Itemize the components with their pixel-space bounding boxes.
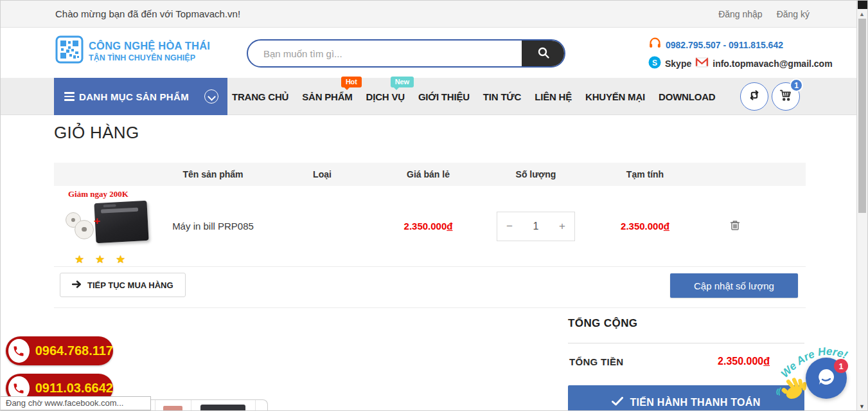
cart-table-header: Tên sản phẩm Loại Giá bán lẻ Số lượng Tạ… <box>54 163 806 186</box>
nav-item-home[interactable]: TRANG CHỦ <box>232 91 288 102</box>
page: Chào mừng bạn đã đến với Topmavach.vn! Đ… <box>0 0 868 411</box>
logo[interactable]: CÔNG NGHỆ HÒA THÁI TẬN TÌNH CHUYÊN NGHIỆ… <box>55 35 210 66</box>
nav-item-download[interactable]: DOWNLOAD <box>659 91 715 102</box>
logo-line2: TẬN TÌNH CHUYÊN NGHIỆP <box>89 53 210 62</box>
search-button[interactable] <box>522 39 565 68</box>
login-link[interactable]: Đăng nhập <box>718 9 763 19</box>
continue-shopping-button[interactable]: TIẾP TỤC MUA HÀNG <box>60 273 186 297</box>
currency-symbol: đ <box>664 221 669 232</box>
qr-logo-icon <box>55 35 84 66</box>
cart-button[interactable]: 1 <box>772 82 800 111</box>
welcome-text: Chào mừng bạn đã đến với Topmavach.vn! <box>55 8 240 19</box>
update-quantity-button[interactable]: Cập nhật số lượng <box>670 273 798 298</box>
logo-line1: CÔNG NGHỆ HÒA THÁI <box>89 40 210 52</box>
nav-item-contact[interactable]: LIÊN HỆ <box>535 91 572 102</box>
scrollbar[interactable]: ▲ ▼ <box>856 1 867 411</box>
nav-item-about[interactable]: GIỚI THIỆU <box>418 91 470 102</box>
col-quantity: Số lượng <box>478 169 594 179</box>
nav-action-buttons: 1 <box>740 82 800 111</box>
col-type: Loại <box>266 169 378 179</box>
nav-menu: TRANG CHỦ SẢN PHẨMHot DỊCH VỤNew GIỚI TH… <box>232 78 715 115</box>
svg-text:S: S <box>652 59 657 68</box>
compare-icon <box>748 89 761 104</box>
totals-section: TỔNG CỘNG TỔNG TIỀN 2.350.000đ TIẾN HÀNH… <box>568 315 804 411</box>
hamburger-icon <box>64 92 75 101</box>
plus-decoration: + <box>94 215 100 228</box>
product-subtotal: 2.350.000đ <box>594 221 696 232</box>
chat-unread-badge: 1 <box>834 359 848 373</box>
product-promo-text: Giảm ngay 200K <box>68 189 128 199</box>
skype-label[interactable]: Skype <box>665 59 691 69</box>
scroll-down-arrow[interactable]: ▼ <box>859 403 865 410</box>
register-link[interactable]: Đăng ký <box>777 9 810 19</box>
nav-item-products[interactable]: SẢN PHẨMHot <box>302 91 352 102</box>
search-icon <box>537 46 550 61</box>
quantity-value[interactable]: 1 <box>522 221 550 232</box>
hot-badge: Hot <box>341 77 362 87</box>
header: CÔNG NGHỆ HÒA THÁI TẬN TÌNH CHUYÊN NGHIỆ… <box>1 28 868 78</box>
phone-icon <box>8 339 30 363</box>
checkout-button[interactable]: TIẾN HÀNH THANH TOÁN <box>568 385 804 411</box>
col-retail-price: Giá bán lẻ <box>378 169 478 179</box>
hotline-numbers[interactable]: 0982.795.507 - 0911.815.642 <box>666 40 783 50</box>
page-title: GIỎ HÀNG <box>54 123 139 143</box>
check-icon <box>612 397 623 408</box>
remove-item-button[interactable] <box>730 219 740 233</box>
new-badge: New <box>391 77 414 87</box>
browser-status-bar: Đang chờ www.facebook.com... <box>1 396 151 410</box>
logo-text: CÔNG NGHỆ HÒA THÁI TẬN TÌNH CHUYÊN NGHIỆ… <box>89 40 210 62</box>
cart-table: Tên sản phẩm Loại Giá bán lẻ Số lượng Tạ… <box>54 163 806 267</box>
contact-block: 0982.795.507 - 0911.815.642 S Skype inf <box>648 37 809 75</box>
section-divider <box>54 307 806 308</box>
paper-roll-image <box>75 220 94 239</box>
waving-hand-icon <box>774 375 808 402</box>
contact-email[interactable]: info.topmavach@gmail.com <box>713 59 832 69</box>
main-nav: DANH MỤC SẢN PHẨM TRANG CHỦ SẢN PHẨMHot … <box>1 78 868 115</box>
catalog-menu-button[interactable]: DANH MỤC SẢN PHẨM <box>54 78 227 115</box>
scroll-up-arrow[interactable]: ▲ <box>859 11 865 17</box>
cart-icon <box>779 88 793 105</box>
compare-button[interactable] <box>740 82 768 111</box>
product-name[interactable]: Máy in bill PRP085 <box>160 221 266 232</box>
hotline-pill-1[interactable]: 0964.768.117 <box>6 336 113 365</box>
quantity-decrease-button[interactable]: − <box>497 220 522 233</box>
search-bar <box>247 39 565 68</box>
total-value: 2.350.000đ <box>718 356 770 367</box>
search-input[interactable] <box>248 41 522 66</box>
cart-item-row: Giảm ngay 200K + ★ ★ ★ Máy in bill PRP08… <box>54 186 806 267</box>
scrollbar-thumb[interactable] <box>858 19 866 213</box>
nav-item-news[interactable]: TIN TỨC <box>483 91 521 102</box>
auth-links: Đăng nhập Đăng ký <box>718 9 810 19</box>
hotline-number-2: 0911.03.6642 <box>35 381 113 396</box>
hotline-number-1: 0964.768.117 <box>35 343 113 358</box>
nav-item-promo[interactable]: KHUYẾN MẠI <box>585 91 645 102</box>
currency-symbol: đ <box>763 356 770 367</box>
chevron-down-icon <box>204 89 218 104</box>
col-subtotal: Tạm tính <box>594 169 696 179</box>
product-image[interactable]: Giảm ngay 200K + ★ ★ ★ <box>60 189 152 264</box>
product-stars: ★ ★ ★ <box>75 253 129 266</box>
product-price: 2.350.000đ <box>378 221 478 232</box>
totals-heading: TỔNG CỘNG <box>568 317 637 330</box>
quantity-stepper: − 1 + <box>497 212 575 241</box>
nav-item-services[interactable]: DỊCH VỤNew <box>366 91 405 102</box>
total-label: TỔNG TIỀN <box>569 356 623 367</box>
currency-symbol: đ <box>447 221 452 232</box>
catalog-label: DANH MỤC SẢN PHẨM <box>79 91 204 102</box>
cart-count-badge: 1 <box>790 78 803 92</box>
totals-divider <box>568 343 804 343</box>
arrow-right-icon <box>72 280 82 290</box>
hotline-headset-icon <box>648 37 662 53</box>
window-corner <box>858 1 867 9</box>
quantity-increase-button[interactable]: + <box>550 220 574 233</box>
chat-bubble-icon <box>815 366 837 390</box>
topbar: Chào mừng bạn đã đến với Topmavach.vn! Đ… <box>1 1 868 28</box>
trash-icon <box>730 223 740 233</box>
skype-icon: S <box>648 56 661 71</box>
col-product-name: Tên sản phẩm <box>160 169 266 179</box>
printer-image <box>94 200 148 242</box>
gmail-icon <box>695 57 709 70</box>
